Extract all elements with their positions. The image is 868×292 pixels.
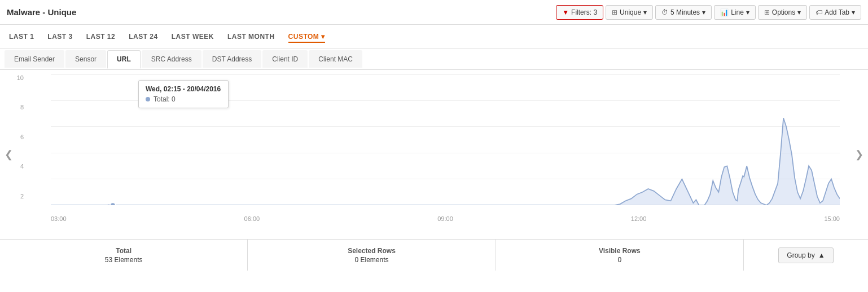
sort-icon: ▲ [818, 251, 825, 259]
options-button[interactable]: ⊞ Options ▾ [758, 5, 807, 20]
dimension-tabs: Email SenderSensorURLSRC AddressDST Addr… [0, 48, 868, 70]
total-cell: Total 53 Elements [0, 240, 248, 271]
y-label: 4 [20, 163, 27, 170]
dim-tab-email-sender[interactable]: Email Sender [5, 50, 64, 68]
clock-icon: ⏱ [661, 8, 668, 16]
visible-label: Visible Rows [599, 247, 641, 255]
tooltip-dot [146, 97, 150, 101]
table-icon: ⊞ [612, 8, 617, 16]
nav-left-arrow[interactable]: ❮ [0, 146, 17, 163]
group-by-cell: Group by ▲ [744, 240, 868, 271]
x-label: 06:00 [244, 215, 260, 222]
x-label: 15:00 [824, 215, 840, 222]
filter-icon: ▼ [562, 8, 569, 16]
chart-inner: Wed, 02:15 - 20/04/2016 Total: 0 03:0006… [51, 74, 840, 222]
add-tab-button[interactable]: 🏷 Add Tab ▾ [809, 5, 861, 20]
x-label: 09:00 [437, 215, 453, 222]
x-label: 03:00 [51, 215, 67, 222]
dim-tab-client-id[interactable]: Client ID [262, 50, 308, 68]
selected-label: Selected Rows [348, 247, 396, 255]
dim-tab-url[interactable]: URL [107, 50, 141, 69]
dim-tab-client-mac[interactable]: Client MAC [309, 50, 362, 68]
line-button[interactable]: 📊 Line ▾ [714, 5, 756, 20]
x-axis: 03:0006:0009:0012:0015:00 [51, 205, 840, 222]
filters-button[interactable]: ▼ Filters: 3 [556, 5, 603, 20]
dim-tab-dst-address[interactable]: DST Address [203, 50, 261, 68]
y-label: 2 [20, 193, 27, 200]
chevron-down-icon: ▾ [321, 33, 325, 41]
chart-icon: 📊 [720, 8, 729, 16]
visible-rows-cell: Visible Rows 0 [496, 240, 744, 271]
time-last24[interactable]: LAST 24 [129, 30, 158, 43]
time-last3[interactable]: LAST 3 [47, 30, 72, 43]
unique-button[interactable]: ⊞ Unique ▾ [606, 5, 653, 20]
chart-area: ❮ ❯ 108642 Wed, 02:15 - 20/04/2016 T [0, 70, 868, 239]
chevron-down-icon: ▾ [797, 8, 801, 16]
time-last1[interactable]: LAST 1 [9, 30, 34, 43]
time-range-bar: LAST 1 LAST 3 LAST 12 LAST 24 LAST WEEK … [0, 25, 868, 48]
time-custom[interactable]: CUSTOM ▾ [288, 30, 325, 43]
y-label: 10 [17, 74, 27, 81]
stats-bar: Total 53 Elements Selected Rows 0 Elemen… [0, 239, 868, 271]
tooltip-date: Wed, 02:15 - 20/04/2016 [146, 85, 221, 93]
dim-tab-src-address[interactable]: SRC Address [142, 50, 201, 68]
header-bar: Malware - Unique ▼ Filters: 3 ⊞ Unique ▾… [0, 0, 868, 25]
time-last12[interactable]: LAST 12 [86, 30, 116, 43]
group-by-label: Group by [787, 251, 814, 259]
selected-rows-cell: Selected Rows 0 Elements [248, 240, 496, 271]
selected-value: 0 Elements [354, 256, 388, 264]
chevron-down-icon: ▾ [852, 8, 855, 16]
time-last-month[interactable]: LAST MONTH [227, 30, 275, 43]
chevron-down-icon: ▾ [702, 8, 705, 16]
minutes-button[interactable]: ⏱ 5 Minutes ▾ [655, 5, 712, 20]
y-label: 8 [20, 104, 27, 110]
tag-icon: 🏷 [816, 8, 822, 16]
dim-tab-sensor[interactable]: Sensor [65, 50, 106, 68]
group-by-button[interactable]: Group by ▲ [778, 247, 833, 263]
grid-icon: ⊞ [764, 8, 770, 16]
total-value: 53 Elements [105, 256, 143, 264]
chevron-down-icon: ▾ [746, 8, 749, 16]
nav-right-arrow[interactable]: ❯ [851, 146, 868, 163]
visible-value: 0 [617, 256, 621, 264]
total-label: Total [116, 247, 131, 255]
tooltip-value: Total: 0 [154, 95, 176, 103]
x-label: 12:00 [631, 215, 647, 222]
chevron-down-icon: ▾ [643, 8, 647, 16]
y-label: 6 [20, 134, 27, 140]
chart-tooltip: Wed, 02:15 - 20/04/2016 Total: 0 [138, 80, 229, 108]
time-last-week[interactable]: LAST WEEK [172, 30, 214, 43]
header-controls: ▼ Filters: 3 ⊞ Unique ▾ ⏱ 5 Minutes ▾ 📊 … [556, 5, 861, 20]
page-title: Malware - Unique [7, 7, 76, 17]
tooltip-row: Total: 0 [146, 95, 221, 103]
